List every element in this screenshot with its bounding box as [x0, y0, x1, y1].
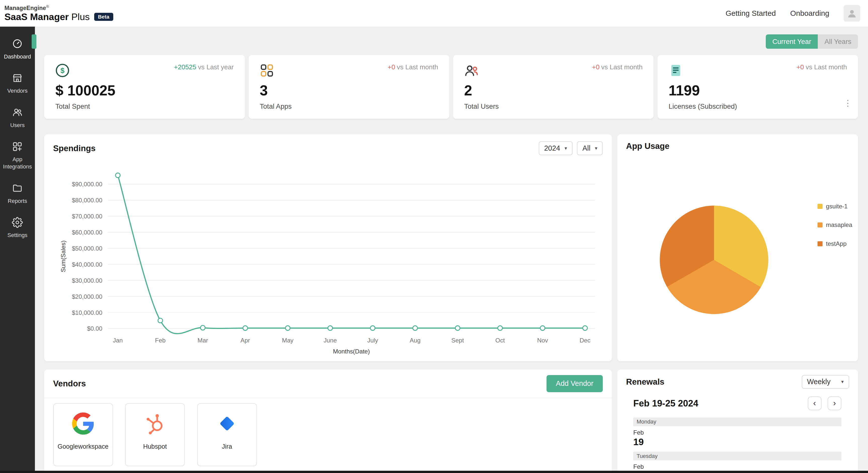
svg-text:July: July	[367, 337, 378, 344]
vendors-panel: Vendors Add Vendor Googleworkspace Hubsp…	[44, 370, 612, 473]
renewals-title: Renewals	[626, 377, 664, 387]
legend-label: testApp	[826, 240, 846, 247]
scope-select[interactable]: All▾	[577, 141, 603, 155]
current-year-button[interactable]: Current Year	[766, 34, 818, 49]
google-logo	[72, 412, 94, 435]
day-number: 19	[633, 437, 841, 447]
stats-row: $ +20525vs Last year $ 100025 Total Spen…	[44, 55, 858, 119]
product-name: SaaS Manager Plus	[4, 11, 90, 22]
week-navigation: Feb 19-25 2024 ‹ ›	[617, 391, 858, 410]
svg-text:$10,000.00: $10,000.00	[72, 309, 102, 316]
svg-text:Mar: Mar	[198, 337, 208, 344]
sidebar-item-label: Vendors	[7, 87, 28, 95]
frequency-select[interactable]: Weekly▾	[802, 375, 849, 389]
svg-text:Nov: Nov	[537, 337, 548, 344]
stat-label: Licenses (Subscribed)	[669, 102, 847, 111]
stat-value: 1199	[669, 82, 847, 99]
legend-item: masaplea	[817, 221, 852, 228]
day-month: Feb	[633, 463, 841, 470]
vendor-card-googleworkspace[interactable]: Googleworkspace	[53, 403, 113, 466]
user-avatar[interactable]	[844, 5, 860, 22]
next-week-button[interactable]: ›	[828, 397, 841, 410]
stat-delta: +0vs Last month	[592, 63, 643, 71]
sidebar-item-label: Users	[10, 122, 25, 129]
svg-text:Oct: Oct	[496, 337, 505, 344]
license-icon	[669, 63, 683, 77]
hubspot-logo	[144, 412, 166, 435]
sidebar-item-dashboard[interactable]: Dashboard	[0, 32, 35, 66]
spendings-title: Spendings	[53, 144, 96, 153]
vendor-card-hubspot[interactable]: Hubspot	[125, 403, 185, 466]
jira-logo	[216, 412, 238, 435]
stat-value: $ 100025	[55, 82, 234, 99]
weekday-label: Tuesday	[633, 452, 841, 461]
chevron-left-icon: ‹	[813, 399, 816, 407]
sidebar-item-vendors[interactable]: Vendors	[0, 66, 35, 101]
chevron-down-icon: ▾	[565, 145, 567, 151]
legend-label: gsuite-1	[826, 203, 847, 210]
people-icon	[464, 63, 478, 77]
getting-started-link[interactable]: Getting Started	[725, 9, 776, 18]
sidebar-item-app-integrations[interactable]: App Integrations	[0, 135, 35, 177]
svg-text:May: May	[282, 337, 294, 344]
stat-card-total-apps: +0vs Last month 3 Total Apps	[249, 55, 449, 119]
sidebar-item-reports[interactable]: Reports	[0, 177, 35, 211]
header-nav: Getting Started Onboarding	[725, 5, 860, 22]
sidebar-item-settings[interactable]: Settings	[0, 211, 35, 245]
top-header: ManageEngine® SaaS Manager Plus Beta Get…	[0, 0, 868, 27]
onboarding-link[interactable]: Onboarding	[790, 9, 829, 18]
main-content: Current Year All Years $ +20525vs Last y…	[35, 27, 868, 473]
stat-delta: +20525vs Last year	[174, 63, 234, 71]
sidebar-item-label: Dashboard	[4, 53, 31, 61]
svg-text:$60,000.00: $60,000.00	[72, 229, 102, 236]
vendors-title: Vendors	[53, 379, 86, 388]
renewals-panel: Renewals Weekly▾ Feb 19-25 2024 ‹ › Mond…	[617, 370, 858, 473]
brand-logo: ManageEngine® SaaS Manager Plus Beta	[4, 4, 113, 22]
svg-text:$40,000.00: $40,000.00	[72, 261, 102, 268]
stat-value: 2	[464, 82, 643, 99]
vendor-name: Jira	[222, 443, 232, 450]
svg-text:$80,000.00: $80,000.00	[72, 197, 102, 203]
app-usage-pie-chart	[660, 206, 768, 314]
legend-item: testApp	[817, 240, 852, 247]
svg-text:June: June	[324, 337, 337, 344]
stat-value: 3	[260, 82, 438, 99]
svg-text:$90,000.00: $90,000.00	[72, 181, 102, 188]
apps-plus-icon	[12, 141, 23, 152]
all-years-button[interactable]: All Years	[818, 34, 858, 49]
app-usage-panel: App Usage gsuite-1masapleatestApp	[617, 134, 858, 361]
sidebar: Dashboard Vendors Users App Integrations…	[0, 27, 35, 473]
stat-label: Total Spent	[55, 102, 234, 111]
registered-mark: ®	[46, 4, 49, 8]
legend-label: masaplea	[826, 221, 852, 228]
stat-card-total-spent: $ +20525vs Last year $ 100025 Total Spen…	[44, 55, 245, 119]
week-range-label: Feb 19-25 2024	[633, 398, 698, 409]
folder-icon	[12, 183, 23, 194]
svg-text:Sept: Sept	[451, 337, 464, 344]
active-nav-indicator	[32, 34, 37, 49]
app-usage-title: App Usage	[626, 141, 670, 151]
legend-swatch	[817, 222, 823, 227]
svg-text:$70,000.00: $70,000.00	[72, 213, 102, 220]
svg-text:Jan: Jan	[113, 337, 123, 344]
svg-text:Aug: Aug	[410, 337, 421, 344]
person-icon	[846, 8, 858, 19]
storefront-icon	[12, 72, 23, 84]
svg-text:$30,000.00: $30,000.00	[72, 277, 102, 284]
vendor-name: Googleworkspace	[58, 443, 108, 450]
card-menu-kebab-icon[interactable]: ⋮	[844, 98, 852, 108]
year-select[interactable]: 2024▾	[539, 141, 572, 155]
dollar-icon: $	[55, 63, 69, 77]
vendor-card-jira[interactable]: Jira	[197, 403, 257, 466]
previous-week-button[interactable]: ‹	[808, 397, 822, 410]
sidebar-item-label: App Integrations	[1, 156, 34, 170]
chevron-down-icon: ▾	[595, 145, 597, 151]
svg-text:Apr: Apr	[241, 337, 250, 344]
chevron-right-icon: ›	[833, 399, 836, 407]
vendor-cards: Googleworkspace Hubspot Jira	[44, 398, 612, 471]
beta-badge: Beta	[94, 13, 113, 21]
svg-text:$50,000.00: $50,000.00	[72, 245, 102, 252]
sidebar-item-users[interactable]: Users	[0, 101, 35, 135]
brand-company: ManageEngine®	[4, 4, 113, 11]
add-vendor-button[interactable]: Add Vendor	[547, 375, 603, 392]
